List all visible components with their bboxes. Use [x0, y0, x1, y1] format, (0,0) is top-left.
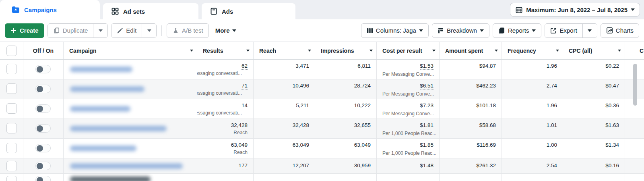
campaign-name-cell[interactable] — [64, 60, 197, 79]
column-header-off-on: Off / On — [23, 42, 64, 59]
amount-spent-cell: $116.69 — [440, 139, 502, 158]
sort-caret-icon — [618, 50, 621, 52]
toggle-knob-icon — [37, 177, 43, 181]
campaign-toggle[interactable] — [35, 162, 51, 170]
tab-ads[interactable]: Ads — [202, 3, 295, 19]
results-cell: 62Messaging conversati... — [197, 60, 254, 79]
duplicate-dropdown[interactable] — [93, 24, 107, 37]
row-checkbox[interactable] — [6, 176, 17, 181]
duplicate-icon — [53, 27, 60, 34]
vertical-scrollbar[interactable] — [633, 64, 637, 106]
column-header-partial[interactable]: C — [625, 42, 644, 59]
caret-down-icon — [480, 29, 484, 32]
sort-caret-icon — [308, 50, 311, 52]
campaign-toggle[interactable] — [35, 85, 51, 93]
reach-cell: 12,207 — [254, 158, 315, 173]
edit-dropdown[interactable] — [142, 24, 156, 37]
campaign-toggle[interactable] — [35, 144, 51, 152]
column-header-cost-per-result[interactable]: Cost per result — [377, 42, 440, 59]
duplicate-button[interactable]: Duplicate — [48, 24, 93, 37]
create-button[interactable]: Create — [5, 23, 44, 38]
duplicate-label: Duplicate — [63, 27, 88, 34]
campaign-name-cell[interactable] — [64, 158, 197, 173]
column-header-reach[interactable]: Reach — [254, 42, 315, 59]
charts-button[interactable]: Charts — [601, 23, 639, 38]
redacted-campaign-name — [70, 126, 167, 131]
campaign-name-cell[interactable] — [64, 79, 197, 99]
reach-cell: 32,428 — [254, 119, 315, 138]
tab-campaigns[interactable]: Campaigns — [0, 0, 100, 19]
breakdown-button[interactable]: Breakdown — [432, 23, 489, 38]
frequency-cell: 2.74 — [502, 79, 563, 99]
export-dropdown[interactable] — [582, 24, 597, 37]
columns-button[interactable]: Columns: Jaga — [361, 23, 429, 38]
toggle-knob-icon — [37, 66, 43, 73]
column-header-frequency[interactable]: Frequency — [502, 42, 563, 59]
toggle-knob-icon — [37, 125, 43, 132]
row-checkbox[interactable] — [6, 103, 17, 114]
flask-icon — [172, 27, 179, 34]
breakdown-label: Breakdown — [447, 27, 477, 34]
row-checkbox[interactable] — [6, 161, 17, 171]
select-all-checkbox[interactable] — [6, 46, 17, 56]
campaign-name-cell[interactable] — [64, 99, 197, 119]
campaign-toggle[interactable] — [35, 124, 51, 133]
impressions-cell: 6,811 — [315, 60, 377, 79]
table-row: 14Messaging conversati... 5,211 10,222 $… — [0, 99, 644, 119]
date-range-selector[interactable]: Maximum: Jun 8, 2022 – Jul 8, 2025 — [510, 3, 640, 17]
breakdown-icon — [438, 27, 444, 34]
plus-icon — [10, 27, 17, 34]
cost-per-result-cell: $1.48 — [377, 158, 440, 173]
column-header-impressions[interactable]: Impressions — [315, 42, 377, 59]
frequency-cell: 1.00 — [502, 139, 563, 158]
campaign-toggle[interactable] — [35, 65, 51, 73]
row-checkbox[interactable] — [6, 123, 17, 133]
campaign-name-cell[interactable] — [64, 139, 197, 158]
redacted-campaign-name — [70, 177, 151, 181]
ab-test-button[interactable]: A/B test — [167, 23, 209, 38]
column-header-amount-spent[interactable]: Amount spent — [440, 42, 502, 59]
charts-label: Charts — [616, 27, 634, 34]
reports-icon — [498, 27, 505, 34]
reach-cell: 3,471 — [254, 60, 315, 79]
more-label: More — [215, 27, 230, 34]
toolbar: Create Duplicate Edit A/B test More — [0, 19, 644, 42]
sort-caret-icon — [432, 50, 436, 52]
column-header-campaign[interactable]: Campaign — [64, 42, 197, 59]
pencil-icon — [117, 27, 123, 34]
caret-down-icon — [147, 29, 151, 32]
reports-button[interactable]: Reports — [493, 23, 542, 38]
create-label: Create — [20, 27, 39, 34]
column-header-cpc[interactable]: CPC (all) — [563, 42, 625, 59]
toggle-knob-icon — [37, 106, 43, 112]
tab-ad-sets[interactable]: Ad sets — [103, 3, 198, 19]
toolbar-divider — [161, 25, 162, 36]
campaign-toggle[interactable] — [35, 104, 51, 113]
export-split-button: Export — [545, 23, 597, 38]
row-checkbox[interactable] — [6, 143, 17, 153]
row-checkbox[interactable] — [6, 83, 17, 94]
table-row-partial — [0, 174, 644, 181]
cost-per-result-cell: $1.85Per 1,000 People Reac... — [377, 139, 440, 158]
row-checkbox[interactable] — [6, 64, 17, 74]
redacted-campaign-name — [70, 86, 144, 92]
edit-button[interactable]: Edit — [111, 24, 142, 37]
ad-sets-grid-icon — [111, 7, 119, 15]
column-header-results[interactable]: Results — [197, 42, 254, 59]
campaign-name-cell[interactable] — [64, 119, 197, 138]
campaign-toggle[interactable] — [35, 176, 51, 181]
sort-caret-icon — [190, 50, 193, 52]
frequency-cell: 1.96 — [502, 60, 563, 79]
frequency-cell: 1.96 — [502, 99, 563, 119]
reach-cell: 5,211 — [254, 99, 315, 119]
reach-cell: 63,049 — [254, 139, 315, 158]
tab-campaigns-label: Campaigns — [24, 6, 57, 13]
campaigns-folder-icon — [11, 5, 20, 14]
cpc-cell: $0.16 — [563, 158, 625, 173]
campaign-name-cell[interactable] — [64, 174, 197, 181]
caret-down-icon — [232, 29, 236, 32]
more-button[interactable]: More — [212, 23, 240, 38]
sort-caret-icon — [495, 50, 498, 52]
impressions-cell: 32,655 — [315, 119, 377, 138]
export-button[interactable]: Export — [545, 24, 582, 37]
